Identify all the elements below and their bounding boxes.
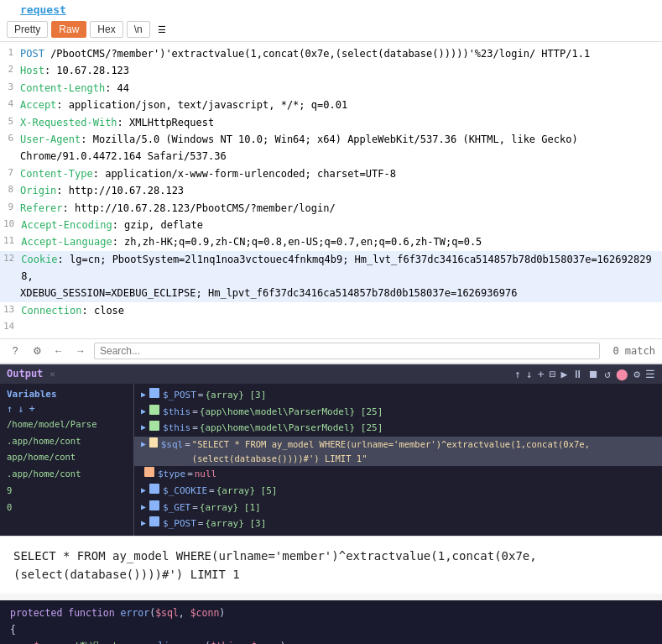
code-screenshot: protected function error($sql, $conn) { … (0, 600, 662, 644)
debug-toolbar: Output ✕ ↑ ↓ + ⊟ ▶ ⏸ ⏹ ↺ ⬤ ⚙ ☰ (0, 364, 662, 384)
code-line: $err = '数误. ' . mysqli_error($this->$con… (0, 639, 662, 644)
http-line: 14 (0, 319, 662, 335)
var-type-icon (149, 516, 159, 526)
expand-arrow-icon: ▶ (141, 484, 146, 497)
var-type-icon (149, 421, 159, 431)
debug-var-row[interactable]: ▶ $_GET = {array} [1] (134, 500, 662, 516)
debug-tab-label[interactable]: Output (7, 368, 43, 380)
expand-arrow-icon: ▶ (141, 437, 146, 451)
expand-arrow-icon: ▶ (141, 500, 146, 514)
var-type-icon (149, 500, 159, 510)
http-line: 3 Content-Length: 44 (0, 80, 662, 97)
var-type-icon (149, 405, 159, 415)
debug-breakpoint-icon[interactable]: ⬤ (616, 368, 628, 380)
debug-var-row-sql[interactable]: ▶ $sql = "SELECT * FROM ay_model WHERE(u… (134, 437, 662, 467)
tab-hex[interactable]: Hex (90, 21, 122, 38)
sql-line-2: (select(database())))#') LIMIT 1 (13, 565, 649, 584)
debug-var-row[interactable]: ▶ $_POST = {array} [3] (134, 387, 662, 404)
debug-vars-header: Variables (0, 387, 133, 401)
http-line-cookie: 12 Cookie: lg=cn; PbootSystem=2l1nq1noa3… (0, 251, 662, 285)
debug-left-panel: Variables ↑ ↓ + /home/model/Parse .app/h… (0, 384, 134, 536)
http-line: 1 POST /PbootCMS/?member')'extractvalue(… (0, 45, 662, 62)
http-line: 4 Accept: application/json, text/javascr… (0, 97, 662, 113)
var-type-icon (149, 484, 159, 494)
debug-left-item[interactable]: app/home/cont (0, 449, 133, 466)
tab-pretty[interactable]: Pretty (7, 21, 48, 38)
http-line: 7 Content-Type: application/x-www-form-u… (0, 165, 662, 182)
debug-var-row[interactable]: ▶ $this = {app\home\model\ParserModel} [… (134, 404, 662, 421)
debug-stop-icon[interactable]: ⏹ (588, 368, 599, 380)
http-line: 8 Origin: http://10.67.28.123 (0, 182, 662, 199)
menu-icon[interactable]: ☰ (154, 21, 170, 38)
debug-play-icon[interactable]: ▶ (561, 368, 568, 380)
search-input[interactable] (94, 343, 600, 359)
debug-section: Output ✕ ↑ ↓ + ⊟ ▶ ⏸ ⏹ ↺ ⬤ ⚙ ☰ Variables… (0, 364, 662, 536)
debug-left-item[interactable]: 9 (0, 483, 133, 500)
debug-var-row[interactable]: ▶ $_POST = {array} [3] (134, 516, 662, 532)
match-count: 0 match (605, 345, 655, 357)
sql-var-value: "SELECT * FROM ay_model WHERE(urlname='m… (192, 437, 655, 466)
sql-section: SELECT * FROM ay_model WHERE(urlname='me… (0, 536, 662, 594)
tab-raw[interactable]: Raw (51, 21, 86, 38)
http-line-cookie-cont: XDEBUG_SESSION=XDEBUG_ECLIPSE; Hm_lpvt_f… (0, 285, 662, 301)
debug-down-icon[interactable]: ↓ (526, 368, 533, 380)
debug-left-item[interactable]: .app/home/cont (0, 433, 133, 450)
var-type-icon (149, 437, 158, 448)
debug-var-row[interactable]: ▶ $this = {app\home\model\ParserModel} [… (134, 420, 662, 437)
http-line: 2 Host: 10.67.28.123 (0, 62, 662, 79)
debug-left-item[interactable]: /home/model/Parse (0, 416, 133, 433)
debug-menu-icon[interactable]: ☰ (645, 368, 655, 380)
http-line: Chrome/91.0.4472.164 Safari/537.36 (0, 148, 662, 165)
http-line: 6 User-Agent: Mozilla/5.0 (Windows NT 10… (0, 131, 662, 148)
debug-minus-icon[interactable]: ⊟ (550, 368, 556, 380)
help-icon[interactable]: ? (7, 343, 23, 359)
expand-arrow-icon: ▶ (141, 388, 146, 401)
debug-sort-asc-icon[interactable]: ↑ (7, 403, 13, 415)
search-bar: ? ⚙ ← → 0 match (0, 338, 662, 364)
prev-match-icon[interactable]: ← (50, 343, 67, 359)
http-line: 11 Accept-Language: zh,zh-HK;q=0.9,zh-CN… (0, 233, 662, 250)
debug-var-row[interactable]: $type = null (134, 466, 662, 483)
request-label: request (10, 0, 76, 19)
http-line: 10 Accept-Encoding: gzip, deflate (0, 217, 662, 233)
debug-var-row[interactable]: ▶ $_COOKIE = {array} [5] (134, 483, 662, 500)
debug-sort-desc-icon[interactable]: ↓ (18, 403, 23, 415)
sql-line-1: SELECT * FROM ay_model WHERE(urlname='me… (13, 547, 649, 565)
var-type-icon (149, 388, 159, 398)
debug-add-icon[interactable]: + (538, 368, 545, 380)
http-line: 5 X-Requested-With: XMLHttpRequest (0, 114, 662, 131)
expand-arrow-icon: ▶ (141, 405, 146, 418)
debug-close-icon[interactable]: ✕ (50, 369, 55, 380)
http-line: 9 Referer: http://10.67.28.123/PbootCMS/… (0, 200, 662, 217)
code-lines: protected function error($sql, $conn) { … (0, 600, 662, 644)
code-block-wrapper: protected function error($sql, $conn) { … (0, 600, 662, 644)
expand-arrow-icon: ▶ (141, 516, 146, 530)
code-line: { (0, 622, 662, 639)
settings-icon[interactable]: ⚙ (29, 343, 45, 359)
request-section: request Pretty Raw Hex \n ☰ 1 POST /Pboo… (0, 0, 662, 364)
debug-up-icon[interactable]: ↑ (514, 368, 521, 380)
debug-expand-icon[interactable]: + (29, 403, 34, 415)
code-line: protected function error($sql, $conn) (0, 605, 662, 622)
debug-main: ▶ $_POST = {array} [3] ▶ $this = {app\ho… (134, 384, 662, 536)
debug-settings-icon[interactable]: ⚙ (633, 368, 640, 380)
next-match-icon[interactable]: → (72, 343, 89, 359)
tab-newline[interactable]: \n (127, 21, 150, 38)
debug-body: Variables ↑ ↓ + /home/model/Parse .app/h… (0, 384, 662, 536)
debug-pause-icon[interactable]: ⏸ (572, 368, 583, 380)
expand-arrow-icon: ▶ (141, 421, 146, 434)
http-content: 1 POST /PbootCMS/?member')'extractvalue(… (0, 42, 662, 338)
request-toolbar: Pretty Raw Hex \n ☰ (0, 18, 662, 42)
debug-refresh-icon[interactable]: ↺ (604, 368, 611, 380)
debug-left-item[interactable]: .app/home/cont (0, 466, 133, 483)
var-type-icon (144, 467, 154, 477)
http-line: 13 Connection: close (0, 302, 662, 319)
debug-left-item[interactable]: 0 (0, 500, 133, 516)
debug-icons: ↑ ↓ + ⊟ ▶ ⏸ ⏹ ↺ ⬤ ⚙ ☰ (514, 368, 655, 380)
